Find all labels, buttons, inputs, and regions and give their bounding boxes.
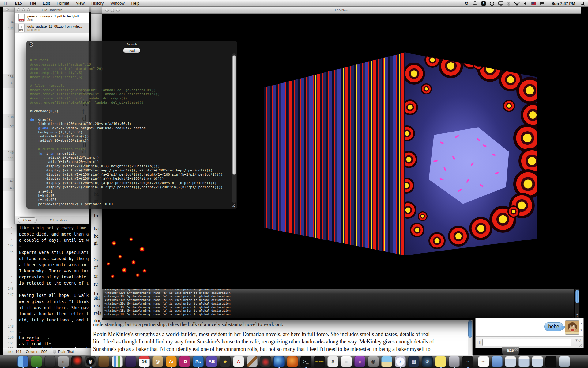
dock-iphoto[interactable] — [381, 356, 393, 368]
code-line: for i in range(12): — [30, 151, 229, 156]
eval-button[interactable]: eval — [123, 48, 140, 53]
keyboard-flag-icon[interactable] — [531, 2, 536, 5]
dock-minimized-window-2[interactable] — [518, 356, 530, 368]
file-transfers-title-bar[interactable]: File Transfers — [15, 7, 89, 13]
spotlight-icon[interactable] — [580, 0, 585, 7]
menu-help[interactable]: Help — [128, 0, 143, 7]
e15plus-scroll-arrows[interactable]: ▲▼ — [575, 313, 579, 318]
ft-zoom-button[interactable] — [27, 8, 30, 11]
sync-icon[interactable]: ↻ — [465, 0, 469, 7]
e15plus-scrollbar-thumb[interactable] — [575, 290, 579, 303]
dock-e15-app[interactable]: E15 — [462, 356, 474, 368]
running-indicator — [467, 367, 469, 368]
dock-ical[interactable]: 16 — [139, 356, 150, 368]
chat-bubble-icon[interactable] — [473, 0, 477, 7]
wifi-icon[interactable] — [514, 0, 520, 7]
dock-system-preferences[interactable]: ☼ — [58, 356, 70, 368]
language-mode[interactable]: Plain Text — [58, 350, 74, 354]
dock-minimized-window-1[interactable] — [505, 356, 517, 368]
dock-paintbrush[interactable] — [247, 356, 258, 368]
display-icon[interactable] — [498, 0, 503, 7]
dock-firefox[interactable] — [287, 356, 299, 368]
clear-button[interactable]: Clear — [18, 217, 37, 223]
ft-close-button[interactable] — [17, 8, 20, 11]
e15plus-minimize-button[interactable] — [111, 9, 114, 12]
menu-format[interactable]: Format — [53, 0, 73, 7]
app-menu[interactable]: E15 — [11, 0, 25, 7]
console-resize-grip[interactable] — [232, 204, 236, 208]
dock-photoshop[interactable]: Ps — [193, 356, 204, 368]
chat-drag-handle[interactable]: ||| — [477, 340, 481, 344]
dock-x11[interactable]: X — [327, 356, 339, 368]
menu-edit[interactable]: Edit — [40, 0, 53, 7]
console-scrollbar-thumb[interactable] — [232, 55, 236, 175]
bluetooth-icon[interactable] — [507, 0, 510, 7]
editor-text-line: of land mass caused by the q — [19, 256, 89, 261]
dock-photo-booth[interactable] — [260, 356, 272, 368]
dock-stickies[interactable] — [435, 356, 447, 368]
dock-textedit[interactable]: ≡ — [341, 356, 352, 368]
chat-resize-grip[interactable] — [579, 344, 583, 348]
dock-google-earth[interactable] — [273, 356, 285, 368]
code-line: display (width/2+(200*sin(-(a+2*pi/ peri… — [30, 173, 229, 177]
document-scrollbar[interactable] — [468, 319, 473, 355]
dock-address-book[interactable]: @ — [152, 356, 164, 368]
dock-trash[interactable] — [559, 356, 571, 368]
dock-printer[interactable] — [449, 356, 460, 368]
dock-camera-app[interactable]: ◉ — [368, 356, 379, 368]
dock-keynote[interactable] — [98, 356, 110, 368]
smiley-dropdown-icon[interactable]: ▾☺ — [575, 338, 582, 343]
dock-time-machine[interactable]: ↺ — [422, 356, 433, 368]
e15plus-close-button[interactable] — [105, 9, 109, 12]
menu-view[interactable]: View — [73, 0, 88, 7]
dock-minimized-window-3[interactable] — [532, 356, 544, 368]
dock-ink-pen[interactable] — [125, 356, 137, 368]
menu-clock[interactable]: Sun 7:47 PM — [550, 1, 576, 6]
language-mode-icon[interactable] — [53, 350, 56, 354]
battery-icon[interactable] — [540, 2, 546, 5]
editor-close-button[interactable] — [6, 8, 9, 11]
apple-menu[interactable]:  — [0, 1, 11, 6]
document-scrollbar-thumb[interactable] — [468, 320, 472, 338]
dock-itunes[interactable]: ♪ — [395, 356, 406, 368]
dock-warning-led[interactable]: WARNING — [314, 356, 326, 368]
transfer-row[interactable]: PDFperera_moreyra_1.pdf to testykitt…Sen… — [15, 13, 89, 23]
dock-art-app[interactable] — [71, 356, 83, 368]
dock-numbers[interactable] — [112, 356, 123, 368]
code-line: #root.removeFilter("gaussianblur", lambd… — [30, 88, 229, 92]
e15-collapsed-window-tab[interactable]: E15 — [502, 347, 519, 355]
dock-sheriff-badge[interactable]: ★ — [220, 356, 231, 368]
menu-window[interactable]: Window — [107, 0, 128, 7]
dock-grid-app[interactable]: ▦ — [408, 356, 420, 368]
e15plus-zoom-button[interactable] — [116, 9, 120, 12]
dock-mp3-document[interactable]: MP3 — [478, 356, 490, 368]
dock-purple-gear-app[interactable]: ☼ — [354, 356, 366, 368]
dock-black-tablet[interactable] — [545, 356, 557, 368]
dock-grab-green[interactable] — [31, 356, 43, 368]
keynote-icon — [98, 356, 109, 367]
spaces-icon[interactable]: 1 — [481, 1, 486, 6]
dock-documents-folder[interactable] — [492, 356, 503, 368]
console-code[interactable]: # filters#root.gaussianblur("radius",10)… — [30, 58, 229, 206]
chat-message-input[interactable] — [482, 339, 571, 346]
menu-file[interactable]: File — [26, 0, 40, 7]
volume-icon[interactable] — [524, 0, 527, 7]
console-scrollbar[interactable] — [232, 53, 236, 203]
dock-dashboard[interactable]: ◉ — [85, 356, 96, 368]
dock-acrobat[interactable]: A — [233, 356, 245, 368]
dock-terminal[interactable]: >_ — [300, 356, 312, 368]
e15plus-title-bar[interactable]: E15Plus — [102, 7, 581, 14]
transfer-row[interactable]: ZIPogfx_update_11_08.zip from kyle…Recei… — [15, 23, 89, 33]
chat-scroll-arrows[interactable]: ▲▼ — [579, 322, 583, 335]
syntax-warning-console[interactable]: <string>:30: SyntaxWarning: name 'a' is … — [102, 289, 574, 318]
dock-finder[interactable] — [17, 356, 29, 368]
dock-disk-utility[interactable] — [44, 356, 56, 368]
ft-minimize-button[interactable] — [22, 8, 25, 11]
dock-after-effects[interactable]: AE — [206, 356, 218, 368]
dock-indesign[interactable]: ID — [179, 356, 191, 368]
menu-history[interactable]: History — [88, 0, 107, 7]
line-number: 146 — [8, 287, 14, 291]
e15plus-scrollbar[interactable]: ▲▼ — [575, 289, 579, 318]
dock-illustrator[interactable]: Ai — [166, 356, 177, 368]
time-machine-icon[interactable] — [490, 0, 494, 7]
